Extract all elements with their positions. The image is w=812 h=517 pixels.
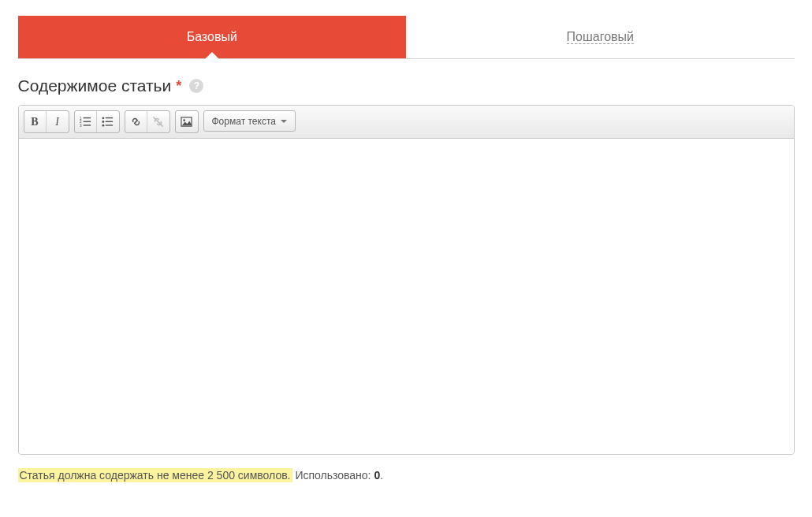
image-icon (181, 116, 192, 128)
field-label: Содержимое статьи (18, 76, 172, 95)
toolbar-group-lists: 123 (74, 110, 120, 133)
svg-point-13 (183, 119, 185, 121)
bold-button[interactable]: B (24, 111, 47, 132)
toolbar-group-links (125, 110, 170, 133)
chevron-down-icon (281, 120, 287, 123)
svg-rect-7 (106, 117, 113, 118)
svg-rect-9 (106, 121, 113, 122)
format-dropdown-label: Формат текста (212, 116, 276, 127)
ordered-list-button[interactable]: 123 (75, 111, 97, 132)
required-mark: * (176, 78, 181, 95)
toolbar-group-text: B I (24, 110, 69, 133)
tab-stepbystep-label: Пошаговый (567, 30, 634, 44)
toolbar: B I 123 (19, 106, 794, 139)
tabs-container: Базовый Пошаговый (18, 16, 795, 59)
unordered-list-icon (102, 116, 114, 128)
svg-rect-1 (83, 117, 90, 118)
svg-rect-5 (83, 125, 90, 125)
field-label-row: Содержимое статьи * ? (18, 76, 795, 95)
italic-button[interactable]: I (47, 111, 69, 132)
unordered-list-button[interactable] (97, 111, 119, 132)
tab-basic[interactable]: Базовый (18, 16, 407, 58)
char-info: Статья должна содержать не менее 2 500 с… (18, 469, 795, 482)
tab-basic-label: Базовый (187, 30, 237, 43)
svg-rect-11 (106, 125, 113, 125)
unlink-icon (152, 116, 164, 128)
format-dropdown[interactable]: Формат текста (203, 110, 296, 132)
svg-point-10 (102, 125, 104, 127)
svg-point-8 (102, 121, 104, 123)
toolbar-group-image (175, 110, 199, 133)
used-period: . (380, 469, 383, 482)
editor: B I 123 (18, 105, 795, 455)
help-icon[interactable]: ? (189, 79, 203, 93)
min-chars-message: Статья должна содержать не менее 2 500 с… (18, 468, 292, 482)
svg-point-6 (102, 117, 104, 119)
svg-rect-3 (83, 121, 90, 122)
link-icon (130, 116, 142, 128)
link-button[interactable] (125, 111, 147, 132)
svg-text:3: 3 (80, 124, 82, 128)
editor-textarea[interactable] (19, 139, 794, 454)
tab-stepbystep[interactable]: Пошаговый (406, 16, 795, 58)
image-button[interactable] (176, 111, 198, 132)
used-label: Использовано: (292, 469, 374, 482)
ordered-list-icon: 123 (80, 116, 91, 128)
unlink-button[interactable] (147, 111, 169, 132)
